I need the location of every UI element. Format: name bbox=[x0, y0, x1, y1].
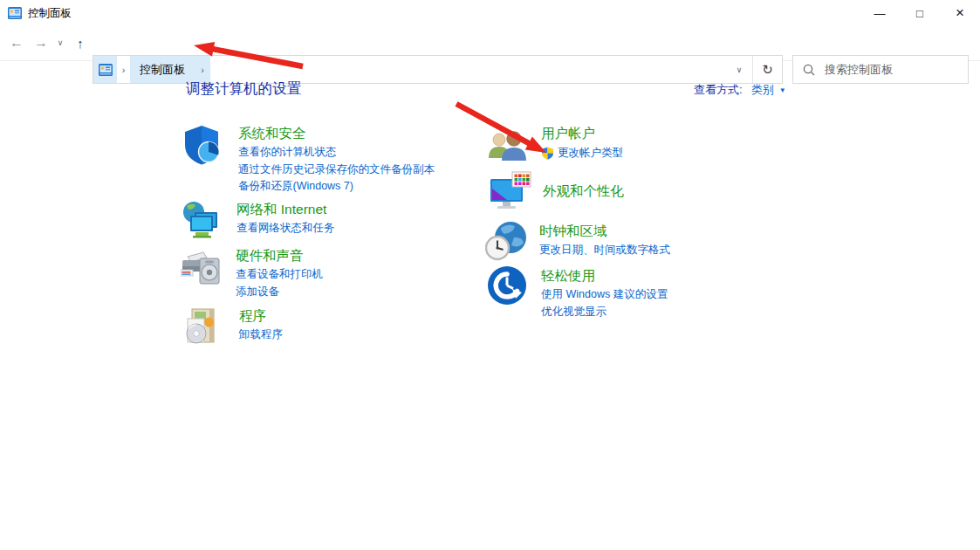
search-icon bbox=[803, 64, 815, 76]
breadcrumb-control-panel[interactable]: 控制面板 bbox=[130, 56, 195, 83]
system-security-icon[interactable] bbox=[183, 125, 238, 196]
clock-region-icon[interactable] bbox=[485, 220, 539, 261]
control-panel-icon bbox=[8, 7, 22, 19]
category-title[interactable]: 系统和安全 bbox=[238, 125, 306, 142]
window-title: 控制面板 bbox=[28, 6, 72, 21]
up-button[interactable]: ↑ bbox=[70, 26, 91, 59]
programs-icon[interactable] bbox=[184, 307, 239, 346]
breadcrumb-chevron-icon[interactable]: › bbox=[117, 56, 130, 83]
title-bar: 控制面板 — □ × bbox=[0, 0, 980, 26]
user-accounts-icon[interactable] bbox=[487, 125, 541, 163]
task-link-change-account-type[interactable]: 更改帐户类型 bbox=[541, 145, 623, 162]
chevron-down-icon[interactable]: ▼ bbox=[779, 86, 786, 94]
category-title[interactable]: 程序 bbox=[239, 307, 266, 325]
category-appearance-personalization: 外观和个性化 bbox=[489, 170, 624, 212]
category-ease-of-access: 轻松使用 使用 Windows 建议的设置 优化视觉显示 bbox=[487, 265, 668, 320]
task-link[interactable]: 添加设备 bbox=[236, 284, 323, 301]
navigation-bar: ← → ∨ ↑ › 控制面板 › ∨ ↻ bbox=[0, 26, 980, 61]
category-hardware-sound: 硬件和声音 查看设备和打印机 添加设备 bbox=[181, 247, 323, 300]
network-internet-icon[interactable] bbox=[182, 201, 236, 238]
address-dropdown-icon[interactable]: ∨ bbox=[726, 56, 752, 83]
task-link[interactable]: 查看你的计算机状态 bbox=[238, 144, 435, 162]
close-button[interactable]: × bbox=[940, 0, 980, 26]
minimize-button[interactable]: — bbox=[860, 0, 900, 26]
category-title[interactable]: 硬件和声音 bbox=[236, 247, 304, 265]
search-input[interactable] bbox=[823, 63, 980, 76]
task-link[interactable]: 查看网络状态和任务 bbox=[236, 220, 335, 237]
hardware-sound-icon[interactable] bbox=[181, 247, 236, 300]
category-title[interactable]: 轻松使用 bbox=[541, 267, 595, 285]
category-title[interactable]: 外观和个性化 bbox=[543, 182, 624, 200]
category-clock-region: 时钟和区域 更改日期、时间或数字格式 bbox=[485, 220, 670, 261]
breadcrumb-control-panel-icon[interactable] bbox=[93, 56, 117, 83]
task-link[interactable]: 优化视觉显示 bbox=[541, 304, 668, 321]
page-title: 调整计算机的设置 bbox=[186, 79, 301, 99]
view-by-category-dropdown[interactable]: 类别 bbox=[751, 82, 774, 98]
back-button[interactable]: ← bbox=[5, 26, 28, 59]
task-link[interactable]: 卸载程序 bbox=[239, 327, 283, 344]
search-box[interactable] bbox=[792, 55, 969, 84]
uac-shield-icon bbox=[541, 147, 554, 160]
appearance-personalization-icon[interactable] bbox=[489, 170, 543, 212]
ease-of-access-icon[interactable] bbox=[487, 265, 541, 320]
forward-button[interactable]: → bbox=[30, 26, 52, 59]
task-link[interactable]: 备份和还原(Windows 7) bbox=[238, 178, 435, 196]
view-by-control: 查看方式: 类别 ▼ bbox=[694, 82, 786, 98]
category-title[interactable]: 网络和 Internet bbox=[236, 201, 326, 218]
recent-pages-dropdown-icon[interactable]: ∨ bbox=[52, 26, 68, 59]
task-link[interactable]: 使用 Windows 建议的设置 bbox=[541, 286, 668, 304]
task-link[interactable]: 更改帐户类型 bbox=[558, 145, 623, 162]
task-link[interactable]: 更改日期、时间或数字格式 bbox=[539, 242, 670, 259]
category-system-security: 系统和安全 查看你的计算机状态 通过文件历史记录保存你的文件备份副本 备份和还原… bbox=[183, 125, 435, 196]
view-by-label: 查看方式: bbox=[694, 82, 743, 98]
refresh-icon[interactable]: ↻ bbox=[753, 56, 782, 83]
category-programs: 程序 卸载程序 bbox=[184, 307, 283, 346]
task-link[interactable]: 查看设备和打印机 bbox=[236, 266, 323, 284]
category-title[interactable]: 用户帐户 bbox=[541, 125, 595, 142]
category-network-internet: 网络和 Internet 查看网络状态和任务 bbox=[182, 201, 335, 238]
category-title[interactable]: 时钟和区域 bbox=[539, 223, 607, 240]
category-user-accounts: 用户帐户 更改帐户类型 bbox=[487, 125, 623, 163]
maximize-button[interactable]: □ bbox=[900, 0, 940, 26]
task-link[interactable]: 通过文件历史记录保存你的文件备份副本 bbox=[238, 162, 435, 179]
